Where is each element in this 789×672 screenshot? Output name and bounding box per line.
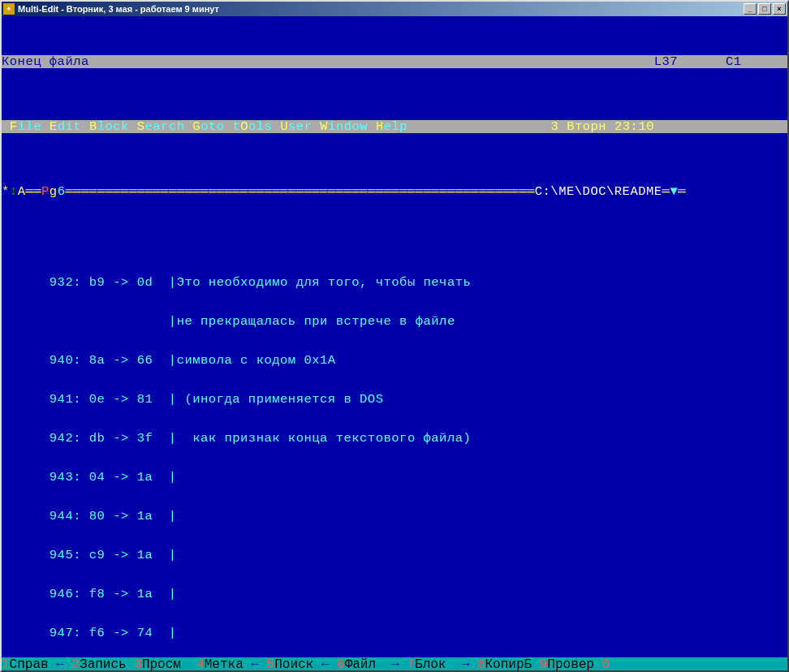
menu-tools[interactable]: ols xyxy=(248,119,272,134)
terminal-area: Конец файла L37 C1 File Edit Block Searc… xyxy=(2,16,787,657)
status-spacer xyxy=(89,54,654,69)
menu-user-hot[interactable]: U xyxy=(280,119,288,134)
menu-search[interactable]: earch xyxy=(145,119,185,134)
menu-goto[interactable]: oto xyxy=(200,119,224,134)
line-indicator: L37 xyxy=(654,54,678,69)
app-icon: ✦ xyxy=(3,3,15,15)
col-indicator: C1 xyxy=(726,54,742,69)
menu-window-hot[interactable]: W xyxy=(320,119,328,134)
function-key-bar[interactable]: 1Справ ← 2Запись 3Просм 4Метка ← 5Поиск … xyxy=(2,657,787,670)
menu-help[interactable]: elp xyxy=(384,119,407,134)
fkey-7[interactable]: 7 xyxy=(407,657,415,672)
menu-tools-hot[interactable]: O xyxy=(240,119,248,134)
menu-block[interactable]: lock xyxy=(97,119,129,134)
menu-edit[interactable]: dit xyxy=(58,119,81,134)
frame-bar: *↕A══Pg6════════════════════════════════… xyxy=(2,185,787,198)
fkey-6[interactable]: 6 xyxy=(337,657,345,672)
fkey-1[interactable]: 1 xyxy=(2,657,10,672)
code-line: 947: f6 -> 74 | xyxy=(2,627,787,640)
menu-file[interactable]: ile xyxy=(18,119,41,134)
code-line: 940: 8a -> 66 |символа с кодом 0x1A xyxy=(2,354,787,367)
fkey-4[interactable]: 4 xyxy=(196,657,205,672)
fkey-3[interactable]: 3 xyxy=(134,657,142,672)
menu-block-hot[interactable]: B xyxy=(89,119,97,134)
window-title: Multi-Edit - Вторник, 3 мая - работаем 9… xyxy=(18,4,744,14)
app-window: ✦ Multi-Edit - Вторник, 3 мая - работаем… xyxy=(0,0,789,672)
code-line: 944: 80 -> 1a | xyxy=(2,510,787,523)
menu-tools-pre[interactable]: t xyxy=(232,119,240,134)
fkey-5[interactable]: 5 xyxy=(267,657,275,672)
fkey-9[interactable]: 9 xyxy=(540,657,548,672)
menu-edit-hot[interactable]: E xyxy=(50,119,58,134)
fkey-8[interactable]: 8 xyxy=(477,657,485,672)
menu-datetime: 3 Вторн 23:10 xyxy=(551,119,654,134)
file-path: C:\ME\DOC\README xyxy=(535,184,662,199)
minimize-button[interactable]: _ xyxy=(744,3,757,15)
code-line: 943: 04 -> 1a | xyxy=(2,471,787,484)
code-line: 932: b9 -> 0d |Это необходимо для того, … xyxy=(2,276,787,289)
titlebar[interactable]: ✦ Multi-Edit - Вторник, 3 мая - работаем… xyxy=(2,2,787,16)
code-line: 945: c9 -> 1a | xyxy=(2,549,787,562)
maximize-button[interactable]: □ xyxy=(758,3,771,15)
close-button[interactable]: × xyxy=(773,3,786,15)
code-line: |не прекращалась при встрече в файле xyxy=(2,315,787,328)
editor-content[interactable]: 932: b9 -> 0d |Это необходимо для того, … xyxy=(2,250,787,657)
code-line: 941: 0e -> 81 | (иногда применяется в DO… xyxy=(2,393,787,406)
menu-goto-hot[interactable]: G xyxy=(192,119,200,134)
menu-bar[interactable]: File Edit Block Search Goto tOols User W… xyxy=(2,120,787,133)
menu-user[interactable]: ser xyxy=(288,119,312,134)
menu-window[interactable]: indow xyxy=(328,119,368,134)
menu-file-hot[interactable]: F xyxy=(10,119,18,134)
status-text: Конец файла xyxy=(2,54,89,69)
menu-help-hot[interactable]: H xyxy=(376,119,384,134)
frame-left: * xyxy=(2,184,10,199)
code-line: 946: f8 -> 1a | xyxy=(2,588,787,601)
fkey-2[interactable]: 2 xyxy=(71,657,80,672)
status-line: Конец файла L37 C1 xyxy=(2,55,787,68)
code-line: 942: db -> 3f | как признак конца тексто… xyxy=(2,432,787,445)
menu-search-hot[interactable]: S xyxy=(137,119,145,134)
fkey-0[interactable]: 0 xyxy=(602,657,610,672)
